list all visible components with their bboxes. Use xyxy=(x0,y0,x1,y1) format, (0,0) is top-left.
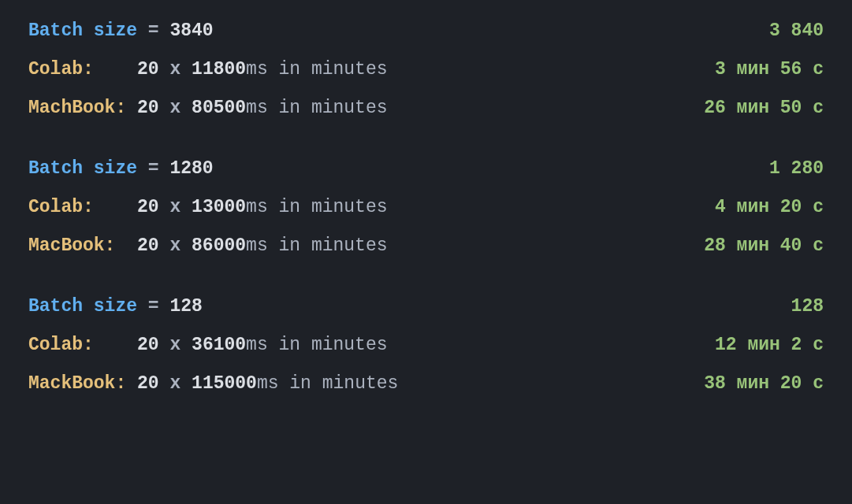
ms-value: 115000 xyxy=(192,373,257,394)
ms-unit: ms xyxy=(246,59,268,80)
system-label: Colab: xyxy=(28,335,94,355)
times-op: x xyxy=(159,197,192,217)
batch-group: Batch size = 1280 1 280 Colab: 20 x 1300… xyxy=(28,160,824,255)
timing-result: 3 мин 56 с xyxy=(715,61,824,79)
pad xyxy=(94,197,137,217)
batch-result: 3 840 xyxy=(769,22,824,40)
timing-result: 38 мин 20 с xyxy=(704,375,824,393)
batch-keyword: Batch size xyxy=(28,296,137,317)
timing-row: Colab: 20 x 13000ms in minutes 4 мин 20 … xyxy=(28,198,824,217)
times-op: x xyxy=(159,59,192,80)
ms-unit: ms xyxy=(257,373,279,394)
ms-unit: ms xyxy=(246,197,268,217)
timing-left: MackBook: 20 x 115000ms in minutes xyxy=(28,375,398,393)
pad xyxy=(115,235,137,256)
system-label: MachBook: xyxy=(28,98,126,118)
batch-value: 1280 xyxy=(169,158,213,179)
tail-text: in minutes xyxy=(268,98,388,118)
tail-text: in minutes xyxy=(268,59,388,80)
times-op: x xyxy=(159,373,192,394)
batch-header-left: Batch size = 128 xyxy=(28,298,203,316)
batch-header-left: Batch size = 3840 xyxy=(28,22,214,40)
timing-result: 12 мин 2 с xyxy=(715,336,824,354)
code-block: Batch size = 3840 3 840 Colab: 20 x 1180… xyxy=(0,0,852,504)
timing-left: MachBook: 20 x 80500ms in minutes xyxy=(28,99,388,117)
count: 20 xyxy=(137,235,159,256)
tail-text: in minutes xyxy=(268,335,388,355)
equals-sign: = xyxy=(137,296,169,317)
batch-value: 128 xyxy=(169,296,202,317)
times-op: x xyxy=(159,335,192,355)
batch-keyword: Batch size xyxy=(28,20,137,41)
ms-value: 36100 xyxy=(192,335,246,355)
timing-left: MacBook: 20 x 86000ms in minutes xyxy=(28,237,388,255)
tail-text: in minutes xyxy=(268,235,388,256)
count: 20 xyxy=(137,335,159,355)
batch-group: Batch size = 128 128 Colab: 20 x 36100ms… xyxy=(28,298,824,393)
timing-left: Colab: 20 x 11800ms in minutes xyxy=(28,61,388,79)
ms-value: 13000 xyxy=(192,197,246,217)
timing-row: MackBook: 20 x 115000ms in minutes 38 ми… xyxy=(28,375,824,393)
system-label: MackBook: xyxy=(28,373,126,394)
batch-value: 3840 xyxy=(169,20,213,41)
system-label: MacBook: xyxy=(28,235,115,256)
batch-header-left: Batch size = 1280 xyxy=(28,160,214,178)
equals-sign: = xyxy=(137,20,169,41)
count: 20 xyxy=(137,197,159,217)
tail-text: in minutes xyxy=(268,197,388,217)
batch-header-line: Batch size = 1280 1 280 xyxy=(28,160,824,178)
batch-result: 1 280 xyxy=(769,160,824,178)
count: 20 xyxy=(137,98,159,118)
ms-value: 80500 xyxy=(192,98,246,118)
timing-result: 28 мин 40 с xyxy=(704,237,824,255)
ms-value: 11800 xyxy=(192,59,246,80)
timing-left: Colab: 20 x 36100ms in minutes xyxy=(28,336,388,354)
ms-unit: ms xyxy=(246,235,268,256)
system-label: Colab: xyxy=(28,59,94,80)
batch-group: Batch size = 3840 3 840 Colab: 20 x 1180… xyxy=(28,22,824,117)
ms-unit: ms xyxy=(246,335,268,355)
timing-row: Colab: 20 x 11800ms in minutes 3 мин 56 … xyxy=(28,61,824,79)
timing-row: MacBook: 20 x 86000ms in minutes 28 мин … xyxy=(28,237,824,255)
timing-left: Colab: 20 x 13000ms in minutes xyxy=(28,198,388,217)
times-op: x xyxy=(159,235,192,256)
ms-value: 86000 xyxy=(192,235,246,256)
batch-header-line: Batch size = 128 128 xyxy=(28,298,824,316)
count: 20 xyxy=(137,373,159,394)
pad xyxy=(94,335,137,355)
system-label: Colab: xyxy=(28,197,94,217)
timing-result: 26 мин 50 с xyxy=(704,99,824,117)
timing-row: MachBook: 20 x 80500ms in minutes 26 мин… xyxy=(28,99,824,117)
tail-text: in minutes xyxy=(279,373,399,394)
ms-unit: ms xyxy=(246,98,268,118)
batch-result: 128 xyxy=(791,298,824,316)
count: 20 xyxy=(137,59,159,80)
pad xyxy=(94,59,137,80)
batch-header-line: Batch size = 3840 3 840 xyxy=(28,22,824,40)
pad xyxy=(126,98,137,118)
timing-row: Colab: 20 x 36100ms in minutes 12 мин 2 … xyxy=(28,336,824,354)
equals-sign: = xyxy=(137,158,169,179)
batch-keyword: Batch size xyxy=(28,158,137,179)
timing-result: 4 мин 20 с xyxy=(715,198,824,217)
times-op: x xyxy=(159,98,192,118)
pad xyxy=(126,373,137,394)
